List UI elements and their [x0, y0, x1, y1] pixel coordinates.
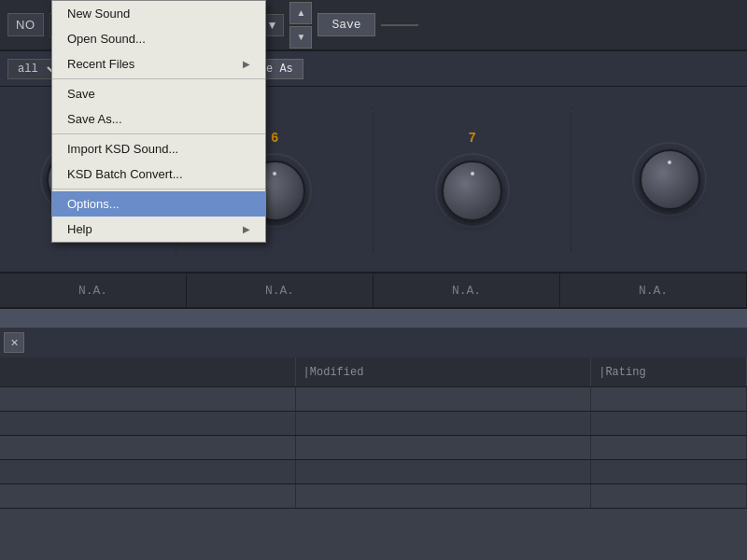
menu-item-new-sound[interactable]: New Sound	[52, 1, 265, 26]
row-2-rating	[591, 412, 747, 435]
knob-container-4	[632, 142, 707, 217]
list-item[interactable]	[0, 436, 747, 460]
row-3-modified	[296, 436, 592, 459]
na-cell-1: N.A.	[0, 273, 187, 307]
knob-4-inner	[640, 149, 700, 210]
recent-files-arrow-icon: ▶	[243, 59, 250, 69]
menu-separator-1	[52, 78, 265, 79]
menu-item-save-as[interactable]: Save As...	[52, 106, 265, 132]
knob-2-number: 6	[271, 131, 278, 146]
row-1-modified	[296, 387, 592, 411]
menu-item-import-ksd-label: Import KSD Sound...	[67, 142, 178, 156]
menu-item-ksd-batch-label: KSD Batch Convert...	[67, 167, 183, 181]
knob-4[interactable]	[632, 142, 707, 217]
nav-buttons: ▲ ▼	[289, 2, 312, 49]
menu-item-import-ksd[interactable]: Import KSD Sound...	[52, 136, 265, 161]
close-button[interactable]: ✕	[4, 332, 24, 353]
row-2-modified	[296, 412, 592, 435]
list-rows	[0, 387, 747, 533]
knob-separator-2	[373, 105, 374, 254]
knob-3[interactable]	[435, 153, 510, 228]
knob-3-number: 7	[469, 131, 476, 146]
menu-item-save[interactable]: Save	[52, 81, 265, 106]
menu-item-open-sound[interactable]: Open Sound...	[52, 26, 265, 51]
row-4-name	[0, 460, 296, 483]
bottom-section: ✕ |Modified |Rating	[0, 328, 747, 533]
list-area: |Modified |Rating	[0, 357, 747, 533]
knob-2-indicator	[273, 172, 276, 175]
menu-separator-3	[52, 189, 265, 189]
nav-up-button[interactable]: ▲	[289, 2, 312, 24]
row-5-modified	[296, 484, 592, 508]
menu-item-open-sound-label: Open Sound...	[67, 32, 146, 46]
row-1-rating	[591, 387, 747, 411]
row-5-name	[0, 484, 296, 508]
file-menu-button[interactable]: NO	[7, 13, 44, 36]
col-name-header	[0, 357, 296, 386]
row-2-name	[0, 412, 296, 435]
list-item[interactable]	[0, 412, 747, 436]
row-4-modified	[296, 460, 592, 483]
na-row: N.A. N.A. N.A. N.A.	[0, 273, 747, 309]
list-item[interactable]	[0, 484, 747, 509]
knob-separator-3	[571, 105, 571, 254]
row-5-rating	[591, 484, 747, 508]
knob-3-indicator	[471, 172, 474, 175]
menu-item-recent-files-label: Recent Files	[67, 57, 134, 71]
menu-item-help-label: Help	[67, 222, 92, 236]
row-3-name	[0, 436, 296, 459]
list-item[interactable]	[0, 460, 747, 484]
menu-separator-2	[52, 133, 265, 134]
menu-item-save-label: Save	[67, 87, 95, 101]
list-item[interactable]	[0, 387, 747, 412]
nav-down-button[interactable]: ▼	[289, 26, 312, 49]
menu-item-help[interactable]: Help ▶	[52, 217, 265, 242]
knob-container-3: 7	[435, 131, 510, 228]
knob-3-inner	[442, 161, 502, 221]
help-arrow-icon: ▶	[243, 224, 250, 234]
file-dropdown-menu: New Sound Open Sound... Recent Files ▶ S…	[51, 0, 266, 243]
knob-4-indicator	[668, 161, 671, 164]
row-1-name	[0, 387, 296, 411]
row-3-rating	[591, 436, 747, 459]
divider	[381, 24, 418, 26]
menu-item-new-sound-label: New Sound	[67, 7, 130, 21]
menu-item-recent-files[interactable]: Recent Files ▶	[52, 51, 265, 77]
na-cell-4: N.A.	[560, 273, 747, 307]
bottom-header: ✕	[0, 328, 747, 357]
menu-item-ksd-batch[interactable]: KSD Batch Convert...	[52, 161, 265, 187]
menu-item-options[interactable]: Options...	[52, 191, 265, 217]
row-4-rating	[591, 460, 747, 483]
panel-gap	[0, 309, 747, 328]
na-cell-3: N.A.	[374, 273, 560, 307]
menu-item-options-label: Options...	[67, 197, 120, 211]
col-modified-header: |Modified	[296, 357, 592, 386]
save-button[interactable]: Save	[317, 13, 374, 36]
na-cell-2: N.A.	[187, 273, 374, 307]
menu-item-save-as-label: Save As...	[67, 112, 122, 126]
col-rating-header: |Rating	[591, 357, 747, 386]
list-header: |Modified |Rating	[0, 357, 747, 387]
